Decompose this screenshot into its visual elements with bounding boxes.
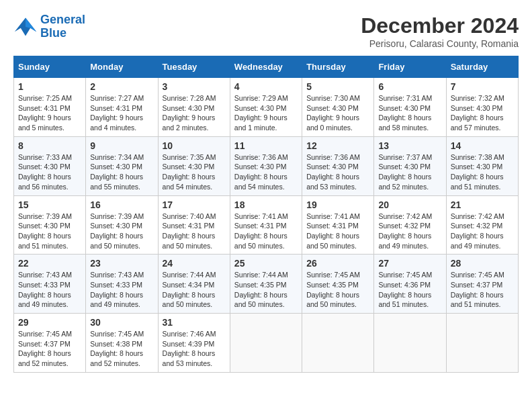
day-number: 2: [90, 81, 153, 92]
calendar-table: Sunday Monday Tuesday Wednesday Thursday…: [13, 56, 519, 373]
table-row: 20Sunrise: 7:42 AMSunset: 4:32 PMDayligh…: [374, 195, 446, 255]
table-row: 5Sunrise: 7:30 AMSunset: 4:30 PMDaylight…: [302, 78, 374, 137]
table-row: 3Sunrise: 7:28 AMSunset: 4:30 PMDaylight…: [158, 78, 230, 137]
calendar-week-row: 8Sunrise: 7:33 AMSunset: 4:30 PMDaylight…: [14, 136, 519, 195]
day-number: 12: [306, 140, 369, 151]
table-row: 2Sunrise: 7:27 AMSunset: 4:31 PMDaylight…: [86, 78, 158, 137]
header-friday: Friday: [374, 56, 446, 78]
day-number: 4: [234, 81, 298, 92]
table-row: 21Sunrise: 7:42 AMSunset: 4:32 PMDayligh…: [446, 195, 518, 255]
calendar-week-row: 1Sunrise: 7:25 AMSunset: 4:31 PMDaylight…: [14, 78, 519, 137]
day-info: Sunrise: 7:37 AMSunset: 4:30 PMDaylight:…: [378, 152, 441, 192]
header-tuesday: Tuesday: [158, 56, 230, 78]
day-info: Sunrise: 7:35 AMSunset: 4:30 PMDaylight:…: [163, 152, 226, 192]
day-number: 9: [90, 140, 153, 151]
table-row: 6Sunrise: 7:31 AMSunset: 4:30 PMDaylight…: [374, 78, 446, 137]
table-row: [374, 314, 446, 373]
table-row: 9Sunrise: 7:34 AMSunset: 4:30 PMDaylight…: [86, 136, 158, 195]
table-row: 28Sunrise: 7:45 AMSunset: 4:37 PMDayligh…: [446, 255, 518, 314]
calendar-header-row: Sunday Monday Tuesday Wednesday Thursday…: [14, 56, 519, 78]
table-row: 31Sunrise: 7:46 AMSunset: 4:39 PMDayligh…: [158, 314, 230, 373]
calendar-week-row: 29Sunrise: 7:45 AMSunset: 4:37 PMDayligh…: [14, 314, 519, 373]
day-number: 25: [234, 258, 298, 269]
day-info: Sunrise: 7:27 AMSunset: 4:31 PMDaylight:…: [90, 93, 153, 133]
header-monday: Monday: [86, 56, 158, 78]
day-number: 11: [234, 140, 298, 151]
calendar-week-row: 15Sunrise: 7:39 AMSunset: 4:30 PMDayligh…: [14, 195, 519, 255]
day-info: Sunrise: 7:36 AMSunset: 4:30 PMDaylight:…: [306, 152, 369, 192]
day-number: 21: [451, 199, 514, 210]
table-row: 11Sunrise: 7:36 AMSunset: 4:30 PMDayligh…: [230, 136, 302, 195]
table-row: 1Sunrise: 7:25 AMSunset: 4:31 PMDaylight…: [14, 78, 86, 137]
day-number: 26: [306, 258, 369, 269]
day-number: 20: [378, 199, 441, 210]
day-info: Sunrise: 7:36 AMSunset: 4:30 PMDaylight:…: [234, 152, 298, 192]
table-row: 26Sunrise: 7:45 AMSunset: 4:35 PMDayligh…: [302, 255, 374, 314]
table-row: 10Sunrise: 7:35 AMSunset: 4:30 PMDayligh…: [158, 136, 230, 195]
day-info: Sunrise: 7:30 AMSunset: 4:30 PMDaylight:…: [306, 93, 369, 133]
table-row: 24Sunrise: 7:44 AMSunset: 4:34 PMDayligh…: [158, 255, 230, 314]
day-info: Sunrise: 7:46 AMSunset: 4:39 PMDaylight:…: [163, 329, 226, 369]
day-info: Sunrise: 7:42 AMSunset: 4:32 PMDaylight:…: [378, 212, 441, 251]
day-number: 19: [306, 199, 369, 210]
table-row: 30Sunrise: 7:45 AMSunset: 4:38 PMDayligh…: [86, 314, 158, 373]
day-info: Sunrise: 7:41 AMSunset: 4:31 PMDaylight:…: [306, 212, 369, 251]
day-number: 18: [234, 199, 298, 210]
day-info: Sunrise: 7:43 AMSunset: 4:33 PMDaylight:…: [90, 270, 153, 310]
day-number: 1: [18, 81, 81, 92]
day-info: Sunrise: 7:41 AMSunset: 4:31 PMDaylight:…: [234, 212, 298, 251]
day-info: Sunrise: 7:40 AMSunset: 4:31 PMDaylight:…: [163, 212, 226, 251]
table-row: [446, 314, 518, 373]
day-info: Sunrise: 7:31 AMSunset: 4:30 PMDaylight:…: [378, 93, 441, 133]
day-number: 14: [451, 140, 514, 151]
table-row: 16Sunrise: 7:39 AMSunset: 4:30 PMDayligh…: [86, 195, 158, 255]
table-row: 29Sunrise: 7:45 AMSunset: 4:37 PMDayligh…: [14, 314, 86, 373]
day-number: 22: [18, 258, 81, 269]
day-info: Sunrise: 7:25 AMSunset: 4:31 PMDaylight:…: [18, 93, 81, 133]
day-number: 7: [451, 81, 514, 92]
table-row: 19Sunrise: 7:41 AMSunset: 4:31 PMDayligh…: [302, 195, 374, 255]
day-number: 15: [18, 199, 81, 210]
day-number: 13: [378, 140, 441, 151]
header-thursday: Thursday: [302, 56, 374, 78]
table-row: 18Sunrise: 7:41 AMSunset: 4:31 PMDayligh…: [230, 195, 302, 255]
day-info: Sunrise: 7:42 AMSunset: 4:32 PMDaylight:…: [451, 212, 514, 251]
day-number: 29: [18, 317, 81, 328]
month-title: December 2024: [361, 13, 519, 38]
day-number: 28: [451, 258, 514, 269]
table-row: 17Sunrise: 7:40 AMSunset: 4:31 PMDayligh…: [158, 195, 230, 255]
table-row: 4Sunrise: 7:29 AMSunset: 4:30 PMDaylight…: [230, 78, 302, 137]
header-saturday: Saturday: [446, 56, 518, 78]
day-info: Sunrise: 7:34 AMSunset: 4:30 PMDaylight:…: [90, 152, 153, 192]
table-row: 15Sunrise: 7:39 AMSunset: 4:30 PMDayligh…: [14, 195, 86, 255]
day-info: Sunrise: 7:39 AMSunset: 4:30 PMDaylight:…: [90, 212, 153, 251]
table-row: [230, 314, 302, 373]
day-number: 3: [163, 81, 226, 92]
day-info: Sunrise: 7:45 AMSunset: 4:37 PMDaylight:…: [18, 329, 81, 369]
day-info: Sunrise: 7:45 AMSunset: 4:38 PMDaylight:…: [90, 329, 153, 369]
day-number: 8: [18, 140, 81, 151]
logo: General Blue: [13, 13, 85, 40]
day-info: Sunrise: 7:45 AMSunset: 4:35 PMDaylight:…: [306, 270, 369, 310]
page-header: General Blue December 2024 Perisoru, Cal…: [13, 13, 519, 49]
logo-text: General Blue: [40, 13, 85, 40]
day-info: Sunrise: 7:32 AMSunset: 4:30 PMDaylight:…: [451, 93, 514, 133]
header-wednesday: Wednesday: [230, 56, 302, 78]
day-info: Sunrise: 7:44 AMSunset: 4:34 PMDaylight:…: [163, 270, 226, 310]
table-row: 27Sunrise: 7:45 AMSunset: 4:36 PMDayligh…: [374, 255, 446, 314]
day-number: 10: [163, 140, 226, 151]
day-number: 6: [378, 81, 441, 92]
day-number: 31: [163, 317, 226, 328]
day-info: Sunrise: 7:29 AMSunset: 4:30 PMDaylight:…: [234, 93, 298, 133]
day-info: Sunrise: 7:45 AMSunset: 4:37 PMDaylight:…: [451, 270, 514, 310]
day-info: Sunrise: 7:44 AMSunset: 4:35 PMDaylight:…: [234, 270, 298, 310]
table-row: 8Sunrise: 7:33 AMSunset: 4:30 PMDaylight…: [14, 136, 86, 195]
table-row: [302, 314, 374, 373]
day-info: Sunrise: 7:38 AMSunset: 4:30 PMDaylight:…: [451, 152, 514, 192]
day-number: 5: [306, 81, 369, 92]
day-number: 24: [163, 258, 226, 269]
day-number: 17: [163, 199, 226, 210]
day-info: Sunrise: 7:28 AMSunset: 4:30 PMDaylight:…: [163, 93, 226, 133]
header-sunday: Sunday: [14, 56, 86, 78]
title-section: December 2024 Perisoru, Calarasi County,…: [361, 13, 519, 49]
